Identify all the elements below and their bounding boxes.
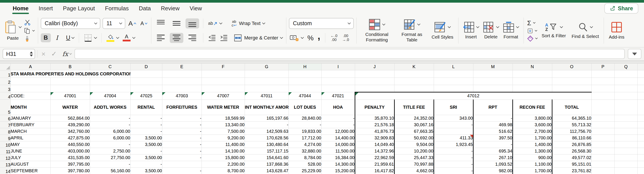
cell-Q11[interactable] — [614, 148, 638, 154]
cell-H9[interactable]: 17,712.00 — [288, 134, 321, 141]
cell-G4[interactable]: 47011 — [245, 92, 288, 100]
row-header-10[interactable]: 10 — [0, 141, 10, 148]
cell-I5[interactable]: HOA — [321, 100, 355, 115]
cell-H4[interactable]: 47044 — [288, 92, 321, 100]
cell-D14[interactable]: 3,500.00 — [130, 168, 162, 174]
cell-I6[interactable]: - — [321, 115, 355, 122]
cell-I8[interactable]: 12,000.00 — [321, 128, 355, 134]
cell-J3[interactable] — [355, 85, 394, 92]
cell-J9[interactable]: 32,909.83 — [355, 134, 394, 141]
col-header-O[interactable]: O — [552, 64, 592, 70]
cell-C10[interactable]: - — [90, 141, 130, 148]
cell-overflow4[interactable] — [638, 92, 644, 100]
cell-E3[interactable] — [162, 85, 202, 92]
cell-A6[interactable]: JANUARY — [10, 115, 50, 122]
row-header-9[interactable]: 9 — [0, 134, 10, 141]
orientation-button[interactable]: ab — [207, 21, 223, 26]
cell-P2[interactable] — [592, 78, 614, 85]
cell-P7[interactable] — [592, 122, 614, 128]
spinner-down-icon[interactable] — [30, 54, 33, 56]
cell-C7[interactable]: - — [90, 122, 130, 128]
cell-G7[interactable]: - — [245, 122, 288, 128]
col-header-G[interactable]: G — [245, 64, 288, 70]
cell-O5[interactable]: TOTAL — [552, 100, 592, 115]
cell-J4[interactable]: 47012 — [355, 92, 592, 100]
cell-F12[interactable]: 15,800.00 — [202, 154, 245, 161]
col-header-E[interactable]: E — [162, 64, 202, 70]
cell-F2[interactable] — [202, 78, 245, 85]
cell-E5[interactable]: FORFEITURES — [162, 100, 202, 115]
cell-H13[interactable]: 528.00 — [288, 161, 321, 168]
cell-Q10[interactable] — [614, 141, 638, 148]
cell-O12[interactable]: 49,577.02 — [552, 154, 592, 161]
align-middle-button[interactable] — [170, 18, 183, 28]
row-header-12[interactable]: 12 — [0, 154, 10, 161]
cell-L5[interactable]: SRI — [434, 100, 473, 115]
cell-Q9[interactable] — [614, 134, 638, 141]
cell-M6[interactable]: - — [473, 115, 512, 122]
cell-I1[interactable] — [321, 70, 355, 78]
cell-G12[interactable]: 154,641.60 — [245, 154, 288, 161]
cell-F8[interactable]: 7,500.00 — [202, 128, 245, 134]
cell-M1[interactable] — [473, 70, 512, 78]
tab-insert[interactable]: Insert — [38, 5, 53, 12]
row-header-4[interactable]: 4 — [0, 92, 10, 100]
delete-cells-button[interactable]: Delete — [481, 21, 501, 40]
cell-Q14[interactable] — [614, 168, 638, 174]
cell-K1[interactable] — [394, 70, 434, 78]
cell-E9[interactable]: - — [162, 134, 202, 141]
copy-button[interactable] — [23, 27, 35, 35]
cell-F7[interactable]: 13,340.00 — [202, 122, 245, 128]
cell-H11[interactable]: 32,880.00 — [288, 148, 321, 154]
cell-A11[interactable]: JUNE — [10, 148, 50, 154]
cell-O6[interactable]: 64,365.10 — [552, 115, 592, 122]
cell-K2[interactable] — [394, 78, 434, 85]
col-header-N[interactable]: N — [512, 64, 552, 70]
tab-data[interactable]: Data — [139, 5, 151, 12]
cell-G5[interactable]: INT MONTHLY AMORT — [245, 100, 288, 115]
cell-N8[interactable]: 2,700.00 — [512, 128, 552, 134]
cell-E6[interactable]: - — [162, 115, 202, 122]
name-box[interactable]: H31 — [3, 49, 35, 59]
cell-Q13[interactable] — [614, 161, 638, 168]
cell-M5[interactable]: RPT — [473, 100, 512, 115]
cell-M3[interactable] — [473, 85, 512, 92]
col-header-D[interactable]: D — [130, 64, 162, 70]
col-header-Q[interactable]: Q — [614, 64, 638, 70]
conditional-formatting-button[interactable]: Conditional Formatting — [359, 18, 394, 43]
cell-D5[interactable]: RENTAL — [130, 100, 162, 115]
cell-P4[interactable] — [592, 92, 614, 100]
cell-I13[interactable]: 14,300.00 — [321, 161, 355, 168]
cell-Q2[interactable] — [614, 78, 638, 85]
col-header-overflow[interactable] — [638, 64, 644, 70]
cell-A14[interactable]: SEPTEMBER — [10, 168, 50, 174]
cell-A9[interactable]: APRIL — [10, 134, 50, 141]
insert-function-button[interactable]: fx — [61, 50, 72, 58]
decrease-decimal-button[interactable]: .00 →.0 — [341, 34, 350, 42]
cell-K12[interactable]: 25,447.33 — [394, 154, 434, 161]
cell-B12[interactable]: 431,535.00 — [50, 154, 90, 161]
autosum-button[interactable]: Σ — [526, 19, 538, 27]
cell-P8[interactable] — [592, 128, 614, 134]
cell-H1[interactable] — [288, 70, 321, 78]
cell-O1[interactable] — [552, 70, 592, 78]
cell-H6[interactable]: 28,840.00 — [288, 115, 321, 122]
cell-M13[interactable]: 1,093.52 — [473, 161, 512, 168]
cell-N5[interactable]: RECON FEE — [512, 100, 552, 115]
cell-overflow7[interactable] — [638, 122, 644, 128]
col-header-H[interactable]: H — [288, 64, 321, 70]
cell-overflow14[interactable] — [638, 168, 644, 174]
cell-D6[interactable]: - — [130, 115, 162, 122]
cell-K8[interactable]: 67,663.35 — [394, 128, 434, 134]
cell-J13[interactable]: 21,959.61 — [355, 161, 394, 168]
underline-button[interactable]: U — [63, 33, 75, 42]
col-header-L[interactable]: L — [434, 64, 473, 70]
cell-M14[interactable]: 982.00 — [473, 168, 512, 174]
align-top-button[interactable] — [154, 18, 168, 28]
cell-L11[interactable]: - — [434, 148, 473, 154]
cell-K14[interactable]: 4,662.00 — [394, 168, 434, 174]
cell-M9[interactable]: 397.50 — [473, 134, 512, 141]
cell-D11[interactable]: - — [130, 148, 162, 154]
cell-J7[interactable]: 21,576.18 — [355, 122, 394, 128]
cell-D10[interactable]: 3,500.00 — [130, 141, 162, 148]
